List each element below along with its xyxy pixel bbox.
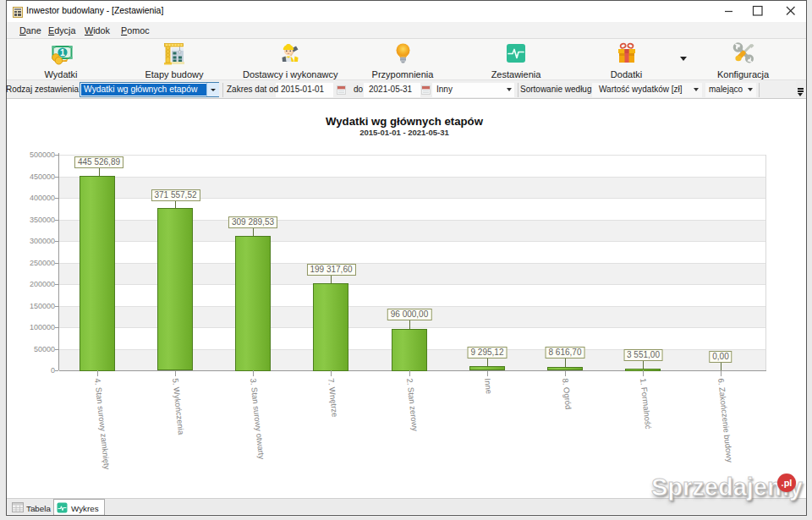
svg-text:1: 1: [60, 47, 65, 57]
